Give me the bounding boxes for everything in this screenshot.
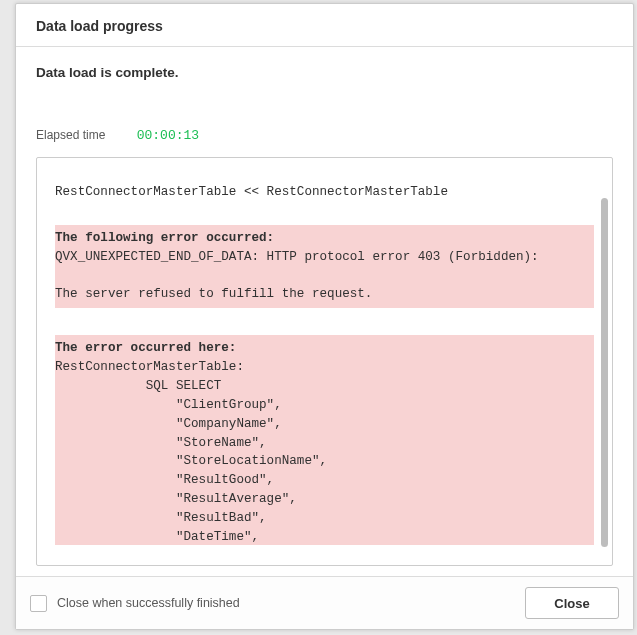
log-content[interactable]: RestConnectorMasterTable << RestConnecto… xyxy=(55,164,594,545)
log-error-block: The following error occurred: QVX_UNEXPE… xyxy=(55,225,594,309)
dialog-title: Data load progress xyxy=(36,18,613,34)
data-load-dialog: Data load progress Data load is complete… xyxy=(15,3,634,630)
load-status: Data load is complete. xyxy=(36,65,613,80)
close-button-label: Close xyxy=(554,596,589,611)
error-body: RestConnectorMasterTable: SQL SELECT "Cl… xyxy=(55,360,342,545)
scrollbar-thumb[interactable] xyxy=(601,198,608,547)
elapsed-row: Elapsed time 00:00:13 xyxy=(36,128,613,143)
elapsed-value: 00:00:13 xyxy=(137,128,199,143)
error-heading: The error occurred here: xyxy=(55,341,236,355)
log-panel: RestConnectorMasterTable << RestConnecto… xyxy=(36,157,613,566)
close-when-done-label: Close when successfully finished xyxy=(57,596,515,610)
dialog-body: Data load is complete. Elapsed time 00:0… xyxy=(16,47,633,576)
elapsed-label: Elapsed time xyxy=(36,128,105,142)
close-when-done-checkbox[interactable] xyxy=(30,595,47,612)
dialog-header: Data load progress xyxy=(16,4,633,47)
error-body: QVX_UNEXPECTED_END_OF_DATA: HTTP protoco… xyxy=(55,250,539,302)
log-line: RestConnectorMasterTable << RestConnecto… xyxy=(55,183,594,202)
log-error-block: The error occurred here: RestConnectorMa… xyxy=(55,335,594,545)
close-button[interactable]: Close xyxy=(525,587,619,619)
error-heading: The following error occurred: xyxy=(55,231,274,245)
dialog-footer: Close when successfully finished Close xyxy=(16,576,633,629)
